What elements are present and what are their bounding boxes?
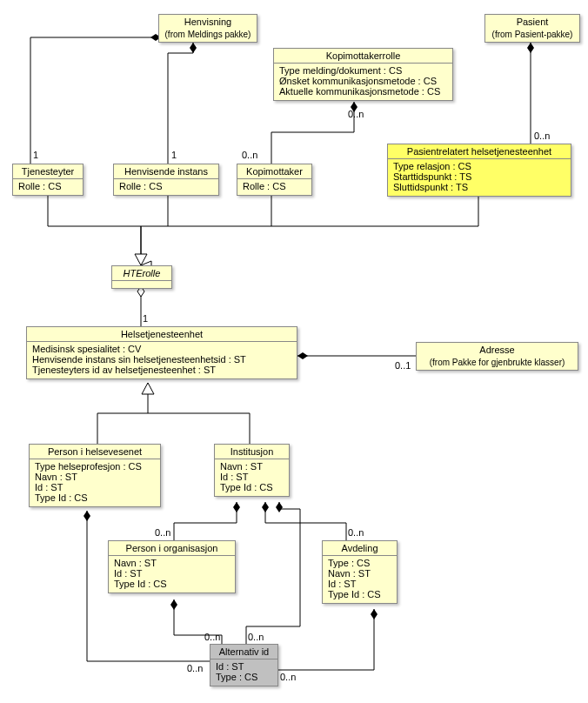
class-hterolle: HTErolle [111,265,172,289]
class-attrs: Rolle : CS [237,179,311,195]
class-title: Institusjon [215,445,289,459]
class-attr: Type : CS [328,558,391,568]
class-title: Pasientrelatert helsetjenesteenhet [388,144,571,159]
class-attr: Henvisende instans sin helsetjenesteenhe… [32,354,291,365]
class-kopimottaker: Kopimottaker Rolle : CS [237,164,312,196]
svg-marker-1 [135,254,147,265]
class-title: HTErolle [112,266,171,281]
mult-label: 0..n [242,150,257,160]
class-attr: Type Id : CS [35,492,155,503]
class-helsetjenesteenhet: Helsetjenesteenhet Medisinsk spesialitet… [26,326,297,379]
svg-marker-3 [142,383,154,394]
class-attr: Rolle : CS [119,181,213,191]
class-attr: Medisinsk spesialitet : CV [32,344,291,354]
class-attr: Aktuelle kommunikasjonsmetode : CS [279,86,447,97]
class-attrs: Type relasjon : CS Starttidspunkt : TS S… [388,159,571,196]
class-attr: Id : ST [114,568,230,579]
mult-label: 1 [33,150,38,160]
mult-label: 1 [171,150,177,160]
class-adresse: Adresse (from Pakke for gjenbrukte klass… [416,342,578,371]
class-title: Tjenesteyter [13,164,83,179]
mult-label: 1 [143,313,148,324]
class-attr: Id : ST [35,482,155,492]
class-attrs: Rolle : CS [13,179,83,195]
class-attr: Tjenesteyters id av helsetjenesteenhet :… [32,365,291,375]
class-avdeling: Avdeling Type : CS Navn : ST Id : ST Typ… [322,540,398,604]
class-attr: Navn : ST [220,461,284,472]
mult-label: 0..n [248,632,264,642]
class-henvisning: Henvisning (from Meldings pakke) [158,14,257,43]
class-attrs: Type helseprofesjon : CS Navn : ST Id : … [30,459,160,506]
class-attrs: Medisinsk spesialitet : CV Henvisende in… [27,342,297,378]
mult-label: 0..1 [395,360,411,371]
class-attrs: Navn : ST Id : ST Type Id : CS [215,459,289,496]
mult-label: 0..n [204,632,220,642]
class-person-i-helsevesenet: Person i helsevesenet Type helseprofesjo… [29,444,161,507]
class-attr: Rolle : CS [18,181,77,191]
class-attr: Type helseprofesjon : CS [35,461,155,472]
class-subtitle: (from Pakke for gjenbrukte klasser) [417,357,578,370]
class-attr: Rolle : CS [243,181,306,191]
class-attr: Type : CS [216,672,272,682]
class-title: Kopimottaker [237,164,311,179]
class-title: Helsetjenesteenhet [27,327,297,342]
class-pasientrelatert-helsetjenesteenhet: Pasientrelatert helsetjenesteenhet Type … [387,144,571,197]
class-subtitle: (from Pasient-pakke) [485,29,579,42]
class-attr: Ønsket kommunikasjonsmetode : CS [279,76,447,86]
class-title: Person i organisasjon [109,541,235,556]
class-title: Pasient [485,15,579,29]
class-title: Avdeling [323,541,397,556]
class-attrs: Type : CS Navn : ST Id : ST Type Id : CS [323,556,397,603]
mult-label: 0..n [348,527,364,538]
class-attrs: Type melding/dokument : CS Ønsket kommun… [274,64,452,100]
class-attr: Type relasjon : CS [393,161,565,171]
class-title: Alternativ id [210,645,277,659]
mult-label: 0..n [155,527,170,538]
class-attr: Sluttidspunkt : TS [393,182,565,192]
class-attrs: Id : ST Type : CS [210,659,277,686]
class-attr: Id : ST [328,579,391,589]
class-title: Adresse [417,343,578,357]
class-tjenesteyter: Tjenesteyter Rolle : CS [12,164,84,196]
class-person-i-organisasjon: Person i organisasjon Navn : ST Id : ST … [108,540,236,593]
class-attr: Starttidspunkt : TS [393,171,565,182]
class-pasient: Pasient (from Pasient-pakke) [484,14,580,43]
class-henvisende-instans: Henvisende instans Rolle : CS [113,164,219,196]
class-attr: Type Id : CS [328,589,391,599]
class-attr: Type Id : CS [114,579,230,589]
class-title: Person i helsevesenet [30,445,160,459]
class-institusjon: Institusjon Navn : ST Id : ST Type Id : … [214,444,290,497]
class-alternativ-id: Alternativ id Id : ST Type : CS [210,644,278,686]
class-attrs: Rolle : CS [114,179,218,195]
mult-label: 0..n [534,131,550,141]
class-attrs: Navn : ST Id : ST Type Id : CS [109,556,235,593]
class-attr: Type melding/dokument : CS [279,65,447,76]
class-attr: Navn : ST [114,558,230,568]
class-attr: Id : ST [220,472,284,482]
class-title: Henvisende instans [114,164,218,179]
mult-label: 0..n [187,663,203,673]
class-attr: Navn : ST [328,568,391,579]
mult-label: 0..n [348,109,364,119]
class-kopimottakerrolle: Kopimottakerrolle Type melding/dokument … [273,48,453,101]
class-title: Henvisning [159,15,257,29]
class-subtitle: (from Meldings pakke) [159,29,257,42]
mult-label: 0..n [280,672,296,682]
class-title: Kopimottakerrolle [274,49,452,64]
class-attr: Type Id : CS [220,482,284,492]
class-attr: Id : ST [216,661,272,672]
class-attr: Navn : ST [35,472,155,482]
